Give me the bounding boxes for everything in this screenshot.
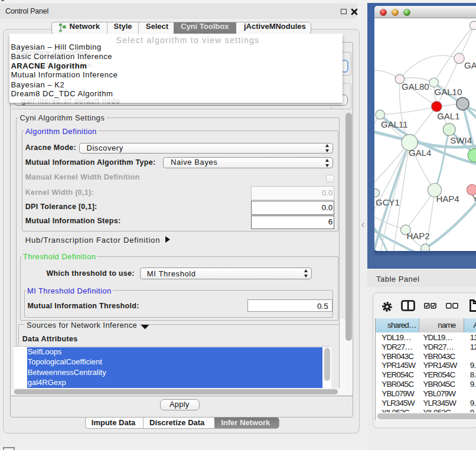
svg-text:HAP2: HAP2 (407, 231, 430, 241)
svg-text:GAL7: GAL7 (464, 60, 476, 70)
svg-text:GAL1: GAL1 (437, 111, 459, 121)
svg-text:GCY1: GCY1 (376, 197, 400, 207)
svg-text:HAP4: HAP4 (436, 194, 459, 204)
svg-text:SWI4: SWI4 (450, 135, 472, 145)
svg-text:GAL10: GAL10 (435, 87, 462, 97)
svg-text:GAL80: GAL80 (402, 81, 429, 92)
svg-text:YJ: YJ (472, 193, 476, 203)
svg-text:GAL11: GAL11 (381, 119, 408, 129)
svg-text:GAL4: GAL4 (409, 148, 431, 158)
